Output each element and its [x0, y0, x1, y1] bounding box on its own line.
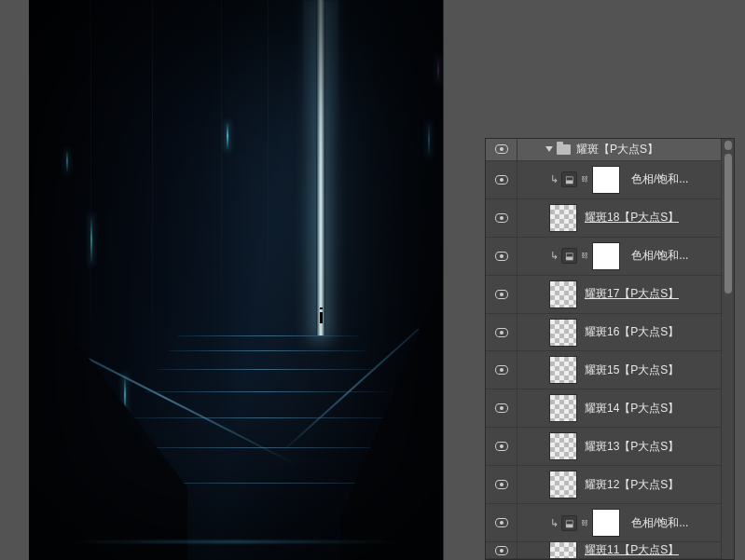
eye-icon	[495, 442, 508, 451]
figure-silhouette	[318, 307, 324, 324]
eye-icon	[495, 213, 508, 223]
layer-row[interactable]: 耀斑14【P大点S】	[486, 389, 721, 428]
eye-icon	[495, 290, 508, 299]
layer-thumbnail[interactable]	[549, 280, 577, 308]
canvas-frame	[29, 0, 444, 560]
eye-icon	[495, 546, 508, 555]
layer-thumbnail[interactable]	[549, 394, 577, 422]
adjustment-pair: ⬓⛓	[561, 166, 620, 194]
layer-name[interactable]: 色相/饱和...	[631, 171, 688, 187]
eye-icon	[495, 252, 508, 261]
layer-content[interactable]: 耀斑11【P大点S】	[517, 542, 721, 558]
layer-row[interactable]: 耀斑16【P大点S】	[486, 314, 721, 352]
layer-content[interactable]: 耀斑14【P大点S】	[517, 389, 721, 427]
visibility-toggle[interactable]	[486, 428, 517, 465]
layer-name[interactable]: 耀斑18【P大点S】	[585, 210, 679, 225]
layer-content[interactable]: ↳⬓⛓色相/饱和...	[517, 238, 721, 275]
visibility-toggle[interactable]	[486, 276, 517, 313]
layer-row[interactable]: ↳⬓⛓色相/饱和...	[486, 238, 721, 276]
layer-content[interactable]: 耀斑18【P大点S】	[517, 199, 721, 237]
visibility-toggle[interactable]	[486, 161, 517, 198]
step-edge	[169, 350, 366, 351]
chevron-down-icon[interactable]	[545, 146, 553, 152]
eye-icon	[495, 518, 508, 527]
adjustment-pair: ⬓⛓	[561, 509, 620, 537]
scroll-arrow-up-icon[interactable]	[724, 141, 732, 150]
flare-line	[428, 121, 430, 158]
layer-content[interactable]: 耀斑13【P大点S】	[517, 428, 721, 465]
eye-icon	[495, 365, 508, 375]
adjustment-icon: ⬓	[561, 515, 577, 531]
canvas-area[interactable]	[29, 0, 444, 560]
layer-name[interactable]: 耀斑12【P大点S】	[585, 477, 679, 493]
floor-glow	[66, 540, 402, 543]
layer-name[interactable]: 耀斑16【P大点S】	[585, 324, 679, 340]
layer-content[interactable]: ↳⬓⛓色相/饱和...	[517, 504, 721, 541]
layer-thumbnail[interactable]	[549, 319, 577, 347]
clip-arrow-icon: ↳	[549, 250, 559, 262]
layer-content[interactable]: 耀斑【P大点S】	[517, 139, 721, 160]
clip-arrow-icon: ↳	[549, 517, 559, 529]
layer-row[interactable]: 耀斑15【P大点S】	[486, 351, 721, 389]
layer-thumbnail[interactable]	[549, 471, 577, 499]
layer-thumbnail[interactable]	[549, 542, 577, 559]
adjustment-icon: ⬓	[561, 248, 577, 264]
layer-thumbnail[interactable]	[549, 356, 577, 384]
layer-name[interactable]: 色相/饱和...	[631, 248, 688, 264]
visibility-toggle[interactable]	[486, 139, 517, 160]
layer-row[interactable]: ↳⬓⛓色相/饱和...	[486, 161, 721, 199]
step-edge	[158, 369, 376, 370]
layer-row[interactable]: 耀斑18【P大点S】	[486, 199, 721, 238]
eye-icon	[495, 480, 508, 489]
layer-content[interactable]: 耀斑17【P大点S】	[517, 276, 721, 313]
layers-scrollbar-track[interactable]	[721, 139, 734, 559]
eye-icon	[495, 175, 508, 184]
scroll-thumb[interactable]	[724, 154, 732, 294]
artwork	[29, 0, 443, 560]
layer-content[interactable]: 耀斑15【P大点S】	[517, 351, 721, 389]
layer-row[interactable]: 耀斑11【P大点S】	[486, 542, 721, 559]
layer-name[interactable]: 耀斑11【P大点S】	[585, 542, 679, 558]
layer-name: 耀斑【P大点S】	[576, 142, 658, 157]
link-icon: ⛓	[580, 171, 589, 187]
layer-name[interactable]: 耀斑17【P大点S】	[585, 286, 679, 302]
eye-icon	[495, 403, 508, 413]
layer-name[interactable]: 耀斑13【P大点S】	[585, 439, 679, 455]
layer-thumbnail[interactable]	[549, 204, 577, 232]
visibility-toggle[interactable]	[486, 542, 517, 558]
layers-panel: 耀斑【P大点S】 ↳⬓⛓色相/饱和...耀斑18【P大点S】↳⬓⛓色相/饱和..…	[485, 138, 735, 560]
layer-name[interactable]: 色相/饱和...	[631, 515, 688, 531]
visibility-toggle[interactable]	[486, 238, 517, 275]
visibility-toggle[interactable]	[486, 389, 517, 427]
wall-line	[268, 0, 269, 363]
layer-content[interactable]: ↳⬓⛓色相/饱和...	[517, 161, 721, 198]
layer-row[interactable]: 耀斑13【P大点S】	[486, 428, 721, 466]
visibility-toggle[interactable]	[486, 466, 517, 503]
visibility-toggle[interactable]	[486, 504, 517, 541]
layers-body: 耀斑【P大点S】 ↳⬓⛓色相/饱和...耀斑18【P大点S】↳⬓⛓色相/饱和..…	[486, 139, 734, 559]
step-edge	[117, 447, 407, 448]
layer-row[interactable]: 耀斑17【P大点S】	[486, 276, 721, 314]
visibility-toggle[interactable]	[486, 351, 517, 389]
layer-content[interactable]: 耀斑16【P大点S】	[517, 314, 721, 351]
adjustment-icon: ⬓	[561, 171, 577, 187]
link-icon: ⛓	[580, 248, 589, 264]
flare-line	[66, 149, 68, 173]
layer-thumbnail[interactable]	[549, 432, 577, 460]
layer-row[interactable]: ↳⬓⛓色相/饱和...	[486, 504, 721, 542]
visibility-toggle[interactable]	[486, 314, 517, 351]
visibility-toggle[interactable]	[486, 199, 517, 237]
layer-content[interactable]: 耀斑12【P大点S】	[517, 466, 721, 503]
clip-arrow-icon: ↳	[549, 173, 559, 185]
step-edge	[145, 391, 385, 392]
mask-thumbnail[interactable]	[592, 509, 620, 537]
eye-icon	[495, 144, 508, 154]
mask-thumbnail[interactable]	[592, 166, 620, 194]
layer-name[interactable]: 耀斑14【P大点S】	[585, 401, 679, 417]
layer-row[interactable]: 耀斑12【P大点S】	[486, 466, 721, 504]
folder-icon	[557, 144, 571, 155]
flare-line	[437, 56, 439, 84]
layer-group-row[interactable]: 耀斑【P大点S】	[486, 139, 721, 161]
layer-name[interactable]: 耀斑15【P大点S】	[585, 362, 679, 378]
mask-thumbnail[interactable]	[592, 242, 620, 270]
